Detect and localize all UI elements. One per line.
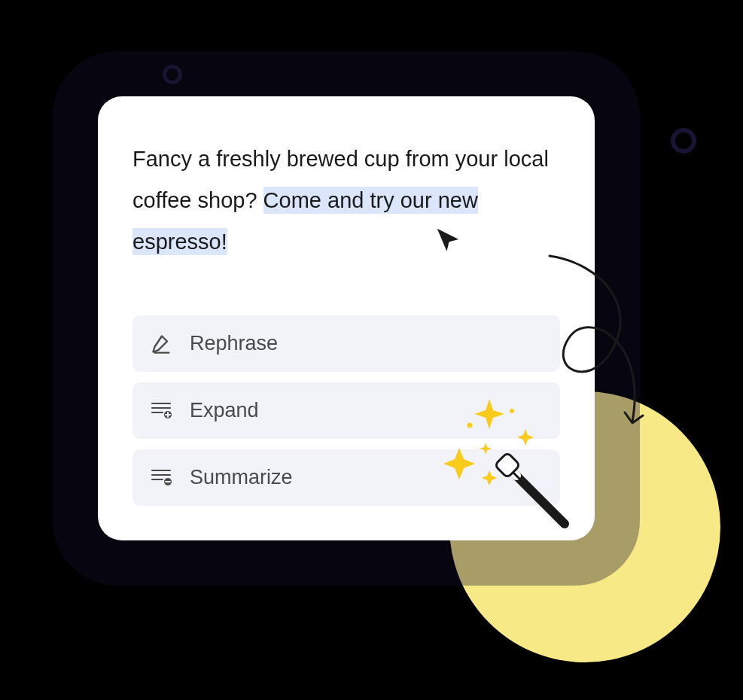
summarize-button[interactable]: Summarize [132, 449, 560, 506]
expand-button[interactable]: Expand [132, 382, 560, 439]
action-label: Expand [190, 399, 259, 422]
decorative-ring-icon [163, 65, 182, 84]
sample-text-area[interactable]: Fancy a freshly brewed cup from your loc… [132, 138, 560, 263]
decorative-ring-icon [671, 128, 696, 154]
cursor-pointer-icon [434, 225, 462, 254]
expand-icon [151, 400, 173, 422]
action-label: Rephrase [190, 332, 278, 355]
rephrase-button[interactable]: Rephrase [132, 315, 560, 372]
ai-action-list: Rephrase Expand [132, 315, 560, 506]
action-label: Summarize [190, 466, 293, 489]
summarize-icon [151, 467, 173, 489]
ai-writing-card: Fancy a freshly brewed cup from your loc… [98, 96, 595, 540]
rephrase-icon [151, 333, 173, 355]
